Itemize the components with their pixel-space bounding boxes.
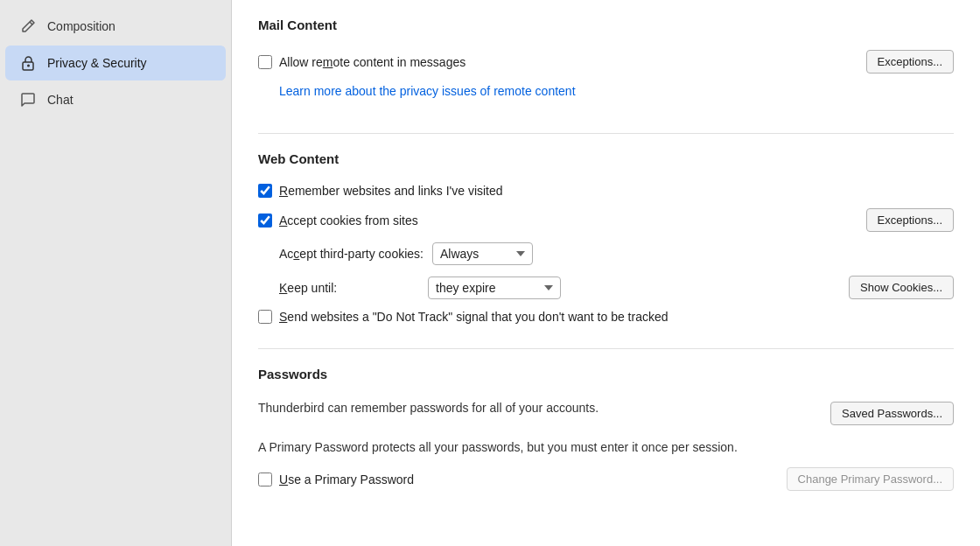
web-content-section: Web Content Remember websites and links …: [258, 151, 954, 324]
third-party-cookies-row: Accept third-party cookies: Always From …: [279, 242, 954, 265]
web-exceptions-button[interactable]: Exceptions...: [866, 208, 954, 232]
keep-until-row: Keep until: they expire I close Firefox …: [258, 276, 954, 299]
remember-sites-checkbox[interactable]: [258, 184, 272, 198]
allow-remote-checkbox[interactable]: [258, 55, 272, 69]
do-not-track-label[interactable]: Send websites a "Do Not Track" signal th…: [279, 310, 668, 324]
passwords-section: Passwords Thunderbird can remember passw…: [258, 367, 954, 491]
do-not-track-checkbox-row: Send websites a "Do Not Track" signal th…: [258, 310, 668, 324]
do-not-track-checkbox[interactable]: [258, 310, 272, 324]
use-primary-row: Use a Primary Password Change Primary Pa…: [258, 467, 954, 491]
keep-until-left: Keep until: they expire I close Firefox …: [279, 276, 561, 299]
keep-until-select[interactable]: they expire I close Firefox ask me every…: [428, 276, 561, 299]
primary-password-desc: A Primary Password protects all your pas…: [258, 438, 954, 457]
remember-sites-label[interactable]: Remember websites and links I've visited: [279, 184, 503, 198]
accept-cookies-row: Accept cookies from sites Exceptions...: [258, 208, 954, 232]
sidebar-item-label-chat: Chat: [47, 93, 74, 107]
main-content: Mail Content Allow remote content in mes…: [232, 0, 980, 546]
remember-sites-checkbox-row: Remember websites and links I've visited: [258, 184, 503, 198]
passwords-desc: Thunderbird can remember passwords for a…: [258, 399, 598, 417]
remember-sites-row: Remember websites and links I've visited: [258, 184, 954, 198]
use-primary-label[interactable]: Use a Primary Password: [279, 472, 414, 486]
web-content-title: Web Content: [258, 151, 954, 170]
accept-cookies-checkbox-row: Accept cookies from sites: [258, 214, 418, 228]
sidebar-item-composition[interactable]: Composition: [5, 9, 226, 44]
accept-cookies-label[interactable]: Accept cookies from sites: [279, 214, 418, 228]
passwords-desc-row: Thunderbird can remember passwords for a…: [258, 399, 954, 428]
mail-content-section: Mail Content Allow remote content in mes…: [258, 18, 954, 108]
svg-point-1: [27, 65, 30, 67]
lock-icon: [19, 54, 37, 72]
mail-content-title: Mail Content: [258, 18, 954, 36]
pencil-icon: [19, 18, 37, 35]
keep-until-label: Keep until:: [279, 281, 419, 295]
use-primary-checkbox[interactable]: [258, 472, 272, 486]
sidebar-item-label-composition: Composition: [47, 19, 116, 33]
divider-1: [258, 133, 954, 134]
mail-exceptions-button[interactable]: Exceptions...: [866, 50, 954, 74]
use-primary-checkbox-row: Use a Primary Password: [258, 472, 414, 486]
sidebar-item-label-privacy: Privacy & Security: [47, 56, 147, 70]
sidebar-item-chat[interactable]: Chat: [5, 82, 226, 117]
third-party-label: Accept third-party cookies:: [279, 247, 424, 261]
allow-remote-checkbox-row: Allow remote content in messages: [258, 55, 466, 69]
change-primary-button[interactable]: Change Primary Password...: [787, 467, 954, 491]
sidebar-item-privacy-security[interactable]: Privacy & Security: [5, 46, 226, 80]
learn-more-link[interactable]: Learn more about the privacy issues of r…: [279, 84, 576, 98]
divider-2: [258, 348, 954, 349]
third-party-cookies-select[interactable]: Always From visited Never: [432, 242, 533, 265]
accept-cookies-checkbox[interactable]: [258, 214, 272, 228]
allow-remote-row: Allow remote content in messages Excepti…: [258, 50, 954, 74]
do-not-track-row: Send websites a "Do Not Track" signal th…: [258, 310, 954, 324]
passwords-title: Passwords: [258, 367, 954, 385]
sidebar: Composition Privacy & Security Chat: [0, 0, 232, 546]
saved-passwords-button[interactable]: Saved Passwords...: [830, 402, 954, 425]
show-cookies-button[interactable]: Show Cookies...: [849, 276, 954, 299]
allow-remote-label[interactable]: Allow remote content in messages: [279, 55, 466, 69]
chat-icon: [19, 91, 37, 108]
